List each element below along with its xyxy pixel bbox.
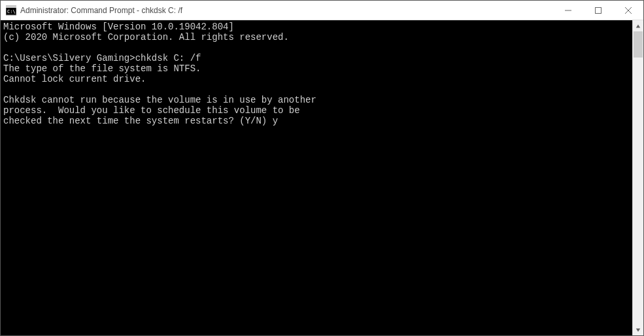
terminal-line: Cannot lock current drive. (3, 74, 630, 84)
terminal-output[interactable]: Microsoft Windows [Version 10.0.19042.80… (1, 20, 632, 335)
close-button[interactable] (613, 1, 643, 20)
terminal-line (3, 84, 630, 95)
window-title: Administrator: Command Prompt - chkdsk C… (20, 6, 553, 15)
minimize-button[interactable] (553, 1, 583, 20)
command-prompt-window: C:\ Administrator: Command Prompt - chkd… (0, 0, 644, 336)
terminal-line (3, 42, 630, 53)
scroll-up-arrow-icon[interactable] (633, 20, 643, 31)
svg-text:C:\: C:\ (7, 9, 16, 14)
cmd-icon: C:\ (6, 5, 16, 16)
scroll-track[interactable] (633, 31, 643, 324)
window-controls (553, 1, 643, 20)
svg-rect-4 (596, 7, 602, 13)
maximize-button[interactable] (583, 1, 613, 20)
terminal-line: Microsoft Windows [Version 10.0.19042.80… (3, 22, 630, 32)
terminal-line: C:\Users\Silvery Gaming>chkdsk C: /f (3, 53, 630, 63)
svg-rect-1 (6, 6, 16, 8)
titlebar[interactable]: C:\ Administrator: Command Prompt - chkd… (1, 1, 643, 20)
scroll-thumb[interactable] (634, 31, 643, 58)
svg-marker-8 (636, 328, 640, 331)
terminal-line: Chkdsk cannot run because the volume is … (3, 95, 630, 105)
terminal-line: process. Would you like to schedule this… (3, 105, 630, 116)
content-area: Microsoft Windows [Version 10.0.19042.80… (1, 20, 643, 335)
terminal-line: The type of the file system is NTFS. (3, 63, 630, 74)
scroll-down-arrow-icon[interactable] (633, 324, 643, 335)
svg-marker-7 (636, 24, 640, 27)
vertical-scrollbar[interactable] (632, 20, 643, 335)
terminal-line: checked the next time the system restart… (3, 116, 630, 126)
terminal-line: (c) 2020 Microsoft Corporation. All righ… (3, 32, 630, 42)
